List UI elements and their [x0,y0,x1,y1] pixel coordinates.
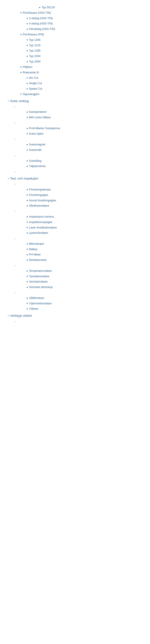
test-circle-4 [14,264,17,267]
vatfilmskam-label: Våtfilmskam [27,296,44,300]
hardhetsmätare-label: Hårdhetsmätare [27,204,49,207]
svets-circle-5 [14,170,17,173]
list-item-matlup[interactable]: Mätlup [8,246,145,252]
list-item-2skarig[interactable]: 2-skärig (HSS-TIN) [8,16,145,21]
list-item-ytlikare[interactable]: Ytlikare [8,306,145,312]
svets-verktyg-label: Svets verktyg [8,99,29,103]
list-item-svetstang[interactable]: Svetstång [8,158,145,164]
list-item-speed-cut[interactable]: Speed Cut [8,86,145,92]
main-list: Typ S5116 Pinnfräsare (HSS-TIN) 2-skärig… [5,5,145,324]
typ1205-label: Typ 1205 [27,38,40,42]
list-item-verktygs-vaskor[interactable]: Verktygs väskor [8,312,145,318]
mikroskoper-label: Mikroskoper [27,242,44,245]
list-item-forstoringslampa[interactable]: Förstoringslampa [8,187,145,192]
typ1285-label: Typ 1285 [27,49,40,52]
test-inspeksjon-label: Test- och inspeksjon [8,177,38,180]
verktygs-vaskor-label: Verktygs väskor [8,314,32,317]
typ2204-label: Typ 2204 [27,54,40,58]
list-item-svets-circle-4 [8,153,145,158]
list-item-ph-meter[interactable]: PH Meter [8,252,145,257]
list-item-typ2304[interactable]: Typ 2304 [8,59,145,64]
list-item-taljstenskrita[interactable]: Täljstenskrita [8,164,145,169]
list-item-test-circle-1 [8,182,145,187]
list-item-test-inspeksjon[interactable]: Test- och inspeksjon [8,174,145,182]
list-item-huvud-forstoringsglas[interactable]: Huvud forstöringsglas [8,198,145,203]
forstoringsglas-label: Förstöringsglas [27,194,48,196]
list-item-svets-circle-5 [8,169,145,174]
list-item-svets-hjalm[interactable]: Svets hjälm [8,131,145,136]
list-item-pinnfrasare-hss-tin[interactable]: Pinnfräsare (HSS-TIN) [8,10,145,16]
list-item-test-circle-5 [8,290,145,295]
svetsmagnet-label: Svetsmagnet [27,143,45,146]
list-item-inspeksjons-kamera[interactable]: Inspeksjons kamera [8,214,145,220]
list-item-vatfilmskam[interactable]: Våtfilmskam [8,295,145,301]
list-item-typ1215[interactable]: Typ 1215 [8,43,145,48]
list-item-4skarig[interactable]: 4-skärig (HSS-TIN) [8,21,145,26]
list-item-alu-cut[interactable]: Alu Cut [8,75,145,80]
list-item-typ2204[interactable]: Typ 2204 [8,54,145,59]
pinnfrasare-pm-label: Pinnfräsare (PM) [20,33,44,36]
list-item-svets-circle-2 [8,120,145,126]
list-item-mig-svets[interactable]: MIG svets hållare [8,115,145,120]
list-item-mikroskoper[interactable]: Mikroskoper [8,241,145,246]
list-item-laser-avstandsmätare[interactable]: Laser Avståndsmätare [8,225,145,230]
roterande-fil-label: Roterande fil [20,71,39,74]
list-item-svets-verktyg[interactable]: Svets verktyg [8,97,145,104]
list-item-ljudnivamätare[interactable]: Ljudnivåmätare [8,230,145,236]
typ2304-label: Typ 2304 [27,60,40,63]
list-item-roterande-fil[interactable]: Roterande fil [8,70,145,75]
list-item-single-cut[interactable]: Single Cut [8,80,145,86]
list-item-typ1285[interactable]: Typ 1285 [8,48,145,54]
list-item-platborr[interactable]: Plåtborr [8,64,145,70]
inspektionsspeglar-label: Inspektionsspeglar [27,220,52,224]
temperaturmätare-label: Temperaturmätare [27,269,52,272]
svets-circle-1 [14,105,17,108]
list-item-tjockleksmätare[interactable]: Tjockleksmätare [8,274,145,279]
test-circle-5 [14,291,17,294]
list-item-svetsmatt[interactable]: Svetsmått [8,147,145,153]
2skarig-label: 2-skärig (HSS-TIN) [27,17,53,20]
typ-s5116-label: Typ S5116 [39,6,55,9]
list-item-test-circle-3 [8,236,145,241]
taljstenskrita-label: Täljstenskrita [27,164,45,168]
list-item-inspektionsspeglar[interactable]: Inspektionsspeglar [8,220,145,225]
ph-meter-label: PH Meter [27,253,41,256]
ytlikare-label: Ytlikare [27,307,38,310]
list-item-tapsvangjarn[interactable]: Tapsvängjärn [8,92,145,97]
alu-cut-label: Alu Cut [27,76,38,79]
list-item-varvtalsmätare[interactable]: Varvtalsmätare [8,279,145,284]
varvtalsmätare-label: Varvtalsmätare [27,280,48,283]
svets-hjalm-label: Svets hjälm [27,132,43,135]
list-item-typ-s5116[interactable]: Typ S5116 [8,5,145,10]
laser-avstandsmätare-label: Laser Avståndsmätare [27,226,57,229]
mig-svets-label: MIG svets hållare [27,116,51,119]
test-circle-3 [14,237,17,240]
speed-cut-label: Speed Cut [27,87,42,90]
inspeksjons-kamera-label: Inspeksjons kamera [27,215,54,218]
list-item-hardhetsmätare[interactable]: Hårdhetsmätare [8,203,145,208]
kantsomlaerer-label: Kantsømlærer [27,110,47,114]
list-item-pinnfrasare-pm[interactable]: Pinnfräsare (PM) [8,32,145,37]
list-item-ytjamnhetsmätare[interactable]: Ytjämnhetsmätare [8,301,145,306]
flerskarig-label: Flerskärig (HSS-TIN) [27,28,55,30]
list-item-kantsomlaerer[interactable]: Kantsømlærer [8,109,145,115]
page-container: Typ S5116 Pinnfräsare (HSS-TIN) 2-skärig… [0,3,150,326]
list-item-forstoringsglas[interactable]: Förstöringsglas [8,192,145,198]
list-item-typ1205[interactable]: Typ 1205 [8,37,145,43]
tapsvangjarn-label: Tapsvängjärn [20,92,39,96]
list-item-svetsmagnet[interactable]: Svetsmagnet [8,142,145,147]
list-item-temperaturmätare[interactable]: Temperaturmätare [8,268,145,274]
svetstang-label: Svetstång [27,159,41,162]
ytjamnhetsmätare-label: Ytjämnhetsmätare [27,302,52,305]
refraktometer-label: Refraktometer [27,258,47,262]
list-item-svets-circle-1 [8,104,145,110]
list-item-flerskarig[interactable]: Flerskärig (HSS-TIN) [8,26,145,32]
verkstad-stetoskop-label: Verkstad stetoskop [27,286,53,289]
ljudnivamätare-label: Ljudnivåmätare [27,231,48,234]
pinnfrasare-hss-tin-label: Pinnfräsare (HSS-TIN) [20,11,51,14]
list-item-test-circle-2 [8,208,145,214]
matlup-label: Mätlup [27,248,37,251]
list-item-verkstad-stetoskop[interactable]: Verkstad stetoskop [8,284,145,290]
list-item-refraktometer[interactable]: Refraktometer [8,257,145,263]
list-item-profi-marker[interactable]: Profi-Marker Svetspenna [8,126,145,131]
